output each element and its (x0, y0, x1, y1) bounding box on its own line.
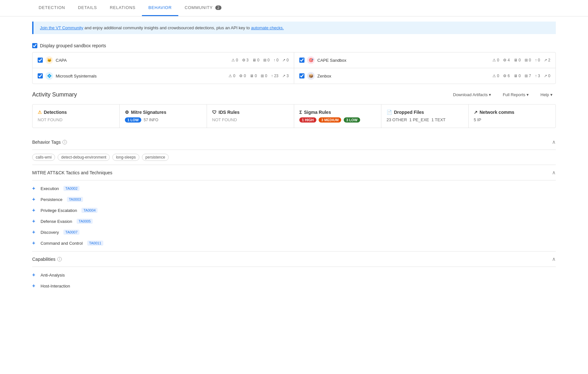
capabilities-collapse-icon[interactable]: ∧ (552, 256, 556, 262)
discovery-expand-icon: + (32, 229, 37, 235)
mitre-item-defense-evasion[interactable]: + Defense Evasion TA0005 (32, 216, 556, 227)
mitre-item-command-control[interactable]: + Command and Control TA0011 (32, 238, 556, 249)
card-mitre-signatures: ⚙ Mitre Signatures 1 LOW 57 INFO (120, 105, 207, 128)
cape-checkbox[interactable] (299, 58, 304, 63)
community-banner: Join the VT Community and enjoy addition… (32, 22, 556, 34)
sysinternals-checkbox[interactable] (38, 73, 43, 78)
mitre-badges: 1 LOW 57 INFO (125, 117, 201, 123)
mitre-item-execution[interactable]: + Execution TA0002 (32, 183, 556, 194)
ids-value: NOT FOUND (212, 117, 289, 122)
capa-name: CAPA (56, 58, 229, 63)
sys-up-stat: ↑ 23 (271, 74, 278, 78)
alert-triangle-icon: ⚠ (38, 110, 42, 115)
cape-dropped-stat: 🖥 0 (514, 58, 521, 62)
sys-dropped-stat: 🖥 0 (250, 74, 257, 78)
capa-mitre-stat: ⚙ 3 (242, 58, 249, 62)
behavior-tags-section: Behavior Tags i ∧ calls-wmi detect-debug… (32, 134, 556, 165)
grouped-sandbox-label: Display grouped sandbox reports (40, 43, 106, 48)
defense-code: TA0005 (77, 219, 93, 224)
mitre-collapse-icon[interactable]: ∧ (552, 169, 556, 176)
capa-dropped-stat: 🖥 0 (252, 58, 259, 62)
cape-mitre-stat: ⚙ 4 (503, 58, 510, 62)
capa-icon: 🐱 (45, 56, 53, 64)
network-comms-icon: ↗ (474, 110, 478, 115)
sandbox-zenbox: 📦 Zenbox ⚠ 0 ⚙ 6 🖥 0 ⊞ 7 ↑ 3 ↗ 0 (294, 68, 555, 84)
execution-expand-icon: + (32, 186, 37, 191)
share-icon: ↗ (282, 58, 285, 62)
zenbox-name: Zenbox (317, 74, 490, 78)
tag-long-sleeps: long-sleeps (112, 154, 139, 161)
zen-share-stat: ↗ 0 (544, 74, 550, 78)
dropped-icon: 🖥 (252, 58, 256, 62)
privilege-expand-icon: + (32, 207, 37, 213)
capability-anti-analysis[interactable]: + Anti-Analysis (32, 269, 556, 280)
zenbox-checkbox[interactable] (299, 73, 304, 78)
card-detections: ⚠ Detections NOT FOUND (33, 105, 120, 128)
host-interaction-expand-icon: + (32, 283, 37, 289)
tab-community[interactable]: COMMUNITY 2 (178, 0, 228, 16)
sigma-badges: 1 HIGH 3 MEDIUM 3 LOW (299, 117, 376, 123)
zen-dropped-stat: 🖥 0 (514, 74, 521, 78)
capabilities-header[interactable]: Capabilities i ∧ (32, 251, 556, 267)
capa-checkbox[interactable] (38, 58, 43, 63)
tag-calls-wmi: calls-wmi (32, 154, 55, 161)
capa-network-stat: ⊞ 0 (263, 58, 270, 62)
sigma-medium-badge: 3 MEDIUM (319, 117, 341, 123)
activity-title: Activity Summary (32, 91, 77, 98)
mitre-item-discovery[interactable]: + Discovery TA0007 (32, 227, 556, 238)
capabilities-section: Capabilities i ∧ + Anti-Analysis + Host-… (32, 251, 556, 294)
up-icon: ↑ (274, 58, 275, 62)
capability-host-interaction[interactable]: + Host-Interaction (32, 280, 556, 291)
alert-icon: ⚠ (231, 58, 235, 62)
full-reports-button[interactable]: Full Reports ▾ (499, 90, 532, 99)
automate-checks-link[interactable]: automate checks. (251, 25, 284, 30)
behavior-tags-collapse-icon[interactable]: ∧ (552, 139, 556, 145)
network-comms-value: 5 IP (474, 117, 550, 122)
sandbox-sysinternals: 💠 Microsoft Sysinternals ⚠ 0 ⚙ 0 🖥 0 ⊞ 0… (33, 68, 294, 84)
capabilities-info-icon[interactable]: i (57, 257, 62, 261)
ids-icon: 🛡 (212, 110, 217, 115)
command-control-code: TA0011 (87, 241, 103, 246)
tab-details[interactable]: DETAILS (71, 0, 103, 16)
capa-up-stat: ↑ 0 (274, 58, 279, 62)
zen-up-stat: ↑ 3 (535, 74, 540, 78)
sys-mitre-stat: ⚙ 0 (239, 74, 246, 78)
cape-up-stat: ↑ 0 (535, 58, 540, 62)
sandbox-grid: 🐱 CAPA ⚠ 0 ⚙ 3 🖥 0 ⊞ 0 (32, 52, 556, 84)
activity-cards: ⚠ Detections NOT FOUND ⚙ Mitre Signature… (32, 104, 556, 128)
sys-share-stat: ↗ 3 (282, 74, 289, 78)
mitre-item-persistence[interactable]: + Persistence TA0003 (32, 194, 556, 205)
mitre-item-privilege-escalation[interactable]: + Privilege Escalation TA0004 (32, 205, 556, 216)
capa-alert-stat: ⚠ 0 (231, 58, 238, 62)
behavior-tags-header[interactable]: Behavior Tags i ∧ (32, 134, 556, 150)
zen-network-stat: ⊞ 7 (525, 74, 531, 78)
grouped-sandbox-row: Display grouped sandbox reports (32, 39, 556, 52)
tab-behavior[interactable]: BEHAVIOR (142, 0, 178, 16)
privilege-code: TA0004 (81, 208, 98, 213)
capabilities-list: + Anti-Analysis + Host-Interaction (32, 267, 556, 294)
grouped-sandbox-checkbox[interactable] (32, 43, 37, 48)
capa-share-stat: ↗ 0 (282, 58, 289, 62)
sigma-high-badge: 1 HIGH (299, 117, 316, 123)
sandbox-row-1: 🐱 CAPA ⚠ 0 ⚙ 3 🖥 0 ⊞ 0 (33, 52, 555, 68)
activity-actions: Download Artifacts ▾ Full Reports ▾ Help… (450, 90, 556, 99)
help-button[interactable]: Help ▾ (537, 90, 556, 99)
persistence-code: TA0003 (67, 197, 83, 202)
zen-mitre-stat: ⚙ 6 (503, 74, 510, 78)
tag-persistence: persistence (142, 154, 169, 161)
download-artifacts-button[interactable]: Download Artifacts ▾ (450, 90, 495, 99)
sandbox-cape: 🎯 CAPE Sandbox ⚠ 0 ⚙ 4 🖥 0 ⊞ 0 ↑ 0 ↗ 2 (294, 52, 555, 68)
sys-network-stat: ⊞ 0 (261, 74, 267, 78)
behavior-tags-info-icon[interactable]: i (62, 140, 67, 144)
mitre-icon: ⚙ (242, 58, 246, 62)
behavior-tags-list: calls-wmi detect-debug-environment long-… (32, 150, 556, 165)
help-chevron-icon: ▾ (550, 92, 553, 97)
card-dropped-files: 📄 Dropped Files 23 OTHER 1 PE_EXE 1 TEXT (381, 105, 469, 128)
card-network-comms: ↗ Network comms 5 IP (469, 105, 555, 128)
download-chevron-icon: ▾ (489, 92, 491, 97)
tab-detection[interactable]: DETECTION (32, 0, 71, 16)
cape-stats: ⚠ 0 ⚙ 4 🖥 0 ⊞ 0 ↑ 0 ↗ 2 (492, 58, 550, 62)
join-vt-link[interactable]: Join the VT Community (40, 25, 83, 30)
tab-relations[interactable]: RELATIONS (103, 0, 142, 16)
mitre-header[interactable]: MITRE ATT&CK Tactics and Techniques ∧ (32, 165, 556, 180)
